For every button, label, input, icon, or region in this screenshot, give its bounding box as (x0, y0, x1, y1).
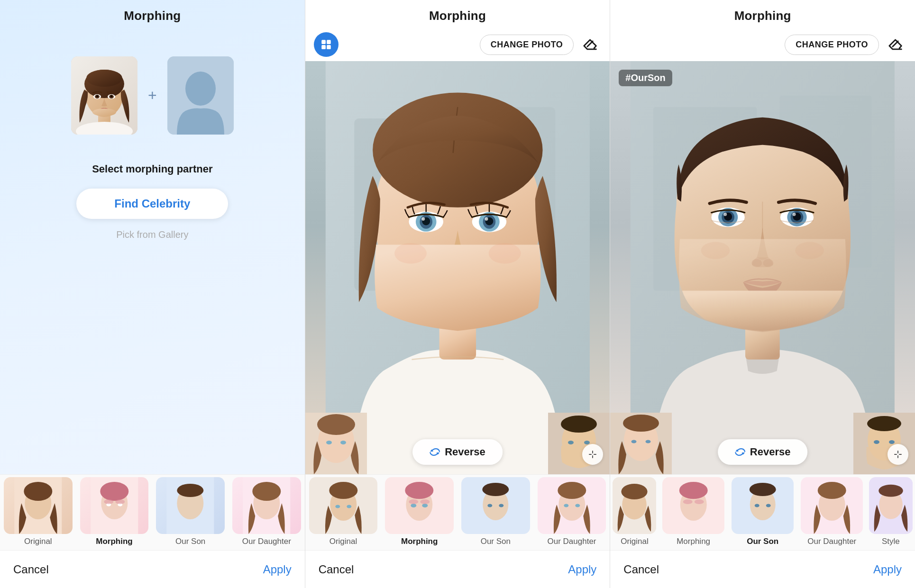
svg-point-18 (24, 482, 52, 501)
svg-point-46 (421, 217, 425, 220)
svg-point-108 (796, 242, 824, 259)
reverse-label-p3: Reverse (750, 446, 791, 458)
svg-point-58 (317, 414, 355, 435)
svg-point-24 (104, 499, 113, 504)
svg-point-131 (750, 483, 776, 496)
tab-thumb-original-p2 (309, 477, 378, 534)
panel-3: Morphing CHANGE PHOTO (610, 0, 915, 588)
svg-point-65 (584, 441, 590, 444)
select-partner-label: Select morphing partner (92, 163, 212, 175)
svg-point-117 (874, 440, 879, 444)
cancel-button-p2[interactable]: Cancel (319, 563, 354, 576)
change-photo-button-p2[interactable]: CHANGE PHOTO (480, 35, 574, 55)
main-image-p2: Reverse (305, 61, 610, 474)
svg-point-76 (411, 504, 417, 507)
change-photo-button-p3[interactable]: CHANGE PHOTO (785, 35, 879, 55)
svg-point-126 (679, 482, 708, 499)
svg-point-103 (793, 213, 796, 216)
pick-from-gallery-link[interactable]: Pick from Gallery (116, 229, 188, 240)
bottom-bar-panel1: Cancel Apply (0, 550, 305, 588)
svg-rect-35 (327, 45, 331, 49)
svg-point-107 (701, 242, 730, 259)
svg-point-112 (631, 440, 637, 443)
svg-point-75 (405, 482, 434, 499)
photo-pair: + (71, 56, 234, 135)
tab-label-style-p3: Style (882, 537, 900, 546)
svg-rect-33 (327, 40, 331, 44)
tab-thumb-ourson-p2 (461, 477, 530, 534)
tab-morphing-p1[interactable]: Morphing (76, 475, 153, 550)
eraser-button-p3[interactable] (886, 34, 906, 55)
svg-point-60 (340, 441, 346, 444)
tab-label-daughter-p3: Our Daughter (807, 537, 856, 546)
tab-label-ourson-p2: Our Son (481, 537, 511, 546)
apply-button-p2[interactable]: Apply (568, 563, 596, 576)
tab-original-p2[interactable]: Original (305, 475, 382, 550)
svg-point-82 (482, 483, 509, 496)
apply-button-p1[interactable]: Apply (263, 563, 292, 576)
svg-point-64 (568, 441, 574, 444)
tab-daughter-p3[interactable]: Our Daughter (797, 475, 867, 550)
svg-point-13 (92, 109, 116, 116)
expand-button-p3[interactable] (888, 444, 908, 465)
apply-button-p3[interactable]: Apply (873, 563, 902, 576)
tab-ourson-p1[interactable]: Our Son (152, 475, 229, 550)
grid-icon (320, 38, 332, 51)
eraser-button-p2[interactable] (580, 34, 601, 55)
eraser-icon-p3 (888, 36, 904, 53)
tab-label-ourson-p1: Our Son (175, 537, 205, 546)
tab-thumb-daughter-p3 (801, 477, 863, 534)
svg-point-9 (96, 95, 98, 98)
tab-original-p1[interactable]: Original (0, 475, 76, 550)
tab-morphing-p2[interactable]: Morphing (381, 475, 458, 550)
tab-thumb-daughter-p1 (232, 477, 301, 534)
partner-photo[interactable] (167, 56, 234, 135)
plus-separator: + (148, 87, 157, 104)
svg-point-87 (558, 482, 586, 499)
svg-point-127 (683, 499, 693, 504)
tab-morphing-p3[interactable]: Morphing (659, 475, 728, 550)
panel1-title: Morphing (0, 0, 305, 28)
cancel-button-p1[interactable]: Cancel (13, 563, 49, 576)
tabs-strip-panel1: Original Morphing (0, 474, 305, 550)
svg-point-78 (409, 499, 419, 504)
tab-style-p3[interactable]: Style (867, 475, 915, 550)
panel-2: Morphing CHANGE PHOTO (305, 0, 611, 588)
source-photo[interactable] (71, 56, 137, 135)
bottom-bar-panel2: Cancel Apply (305, 550, 610, 588)
tab-thumb-ourson-p3 (732, 477, 794, 534)
tab-thumb-morphing-p1 (80, 477, 149, 534)
tab-label-original-p2: Original (329, 537, 357, 546)
svg-point-139 (878, 485, 903, 497)
tab-ourson-p2[interactable]: Our Son (458, 475, 534, 550)
panel2-toolbar: CHANGE PHOTO (305, 28, 610, 61)
tab-label-daughter-p1: Our Daughter (242, 537, 291, 546)
panel1-content: + Select morphing partner Find Celebrity… (0, 28, 305, 474)
tabs-strip-panel2: Original Morphing (305, 474, 610, 550)
thumb-right-p2 (548, 413, 610, 474)
svg-point-77 (422, 504, 428, 507)
tab-thumb-morphing-p2 (385, 477, 454, 534)
svg-point-118 (889, 440, 895, 444)
find-celebrity-button[interactable]: Find Celebrity (76, 189, 228, 219)
reverse-button-p2[interactable]: Reverse (412, 439, 503, 465)
svg-point-54 (394, 243, 427, 264)
svg-point-6 (86, 70, 122, 87)
svg-point-84 (499, 504, 503, 507)
tab-daughter-p2[interactable]: Our Daughter (534, 475, 610, 550)
grid-button-p2[interactable] (314, 32, 339, 57)
svg-point-83 (487, 504, 492, 507)
tab-label-morphing-p1: Morphing (96, 537, 132, 546)
tab-ourson-p3[interactable]: Our Son (728, 475, 797, 550)
svg-point-71 (335, 505, 340, 508)
svg-point-89 (575, 504, 580, 507)
cancel-button-p3[interactable]: Cancel (623, 563, 659, 576)
tab-original-p3[interactable]: Original (610, 475, 659, 550)
svg-point-59 (326, 441, 332, 444)
svg-point-15 (185, 72, 216, 106)
reverse-button-p3[interactable]: Reverse (718, 439, 808, 465)
panel3-toolbar: CHANGE PHOTO (610, 28, 915, 61)
svg-point-88 (564, 504, 568, 507)
tab-daughter-p1[interactable]: Our Daughter (229, 475, 305, 550)
tab-thumb-ourson-p1 (156, 477, 225, 534)
